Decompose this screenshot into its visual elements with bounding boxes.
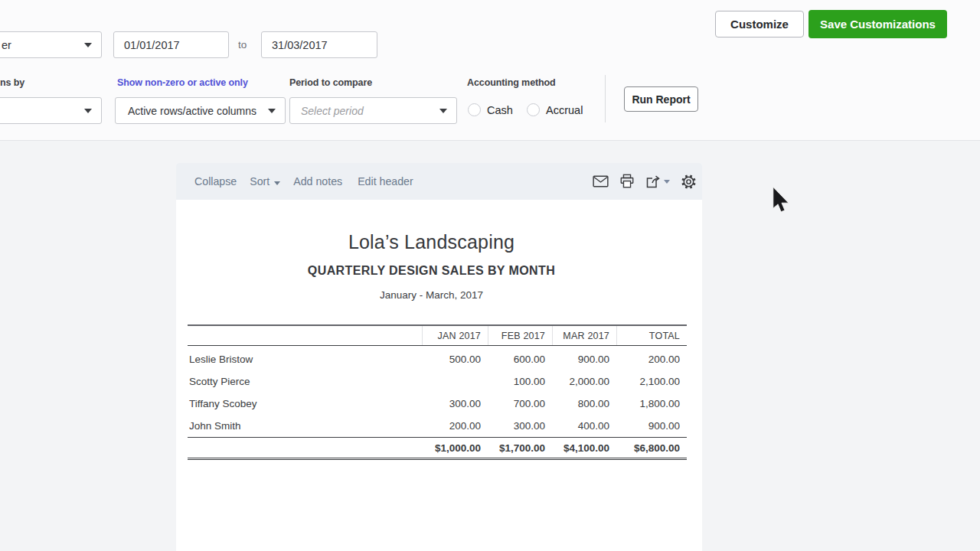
collapse-link[interactable]: Collapse	[194, 175, 237, 187]
edit-header-link[interactable]: Edit header	[358, 175, 413, 187]
amount-cell[interactable]: 800.00	[552, 398, 616, 409]
period-compare-placeholder: Select period	[301, 105, 364, 117]
email-icon[interactable]	[593, 174, 609, 189]
table-row: Tiffany Scobey300.00700.00800.001,800.00	[188, 393, 687, 415]
add-notes-link[interactable]: Add notes	[293, 175, 342, 187]
chevron-down-icon	[664, 180, 670, 184]
row-name-cell: Leslie Bristow	[188, 354, 422, 365]
report-toolbar: Collapse Sort Add notes Edit header	[176, 163, 702, 200]
report-period-select[interactable]: er	[0, 31, 102, 58]
save-customizations-button[interactable]: Save Customizations	[808, 10, 947, 38]
rows-columns-value: Active rows/active columns	[128, 105, 256, 117]
table-header-row: JAN 2017FEB 2017MAR 2017TOTAL	[188, 324, 687, 346]
total-amount-cell[interactable]: $6,800.00	[616, 442, 687, 454]
report-period-value: er	[0, 39, 11, 51]
columns-by-select[interactable]	[0, 97, 102, 124]
report-title: QUARTERLY DESIGN SALES BY MONTH	[188, 264, 675, 278]
columns-by-label: ns by	[0, 77, 24, 88]
table-row: John Smith200.00300.00400.00900.00	[188, 415, 687, 437]
total-amount-cell[interactable]: $1,000.00	[422, 442, 488, 454]
amount-cell[interactable]: 600.00	[488, 354, 552, 365]
date-to-input[interactable]: 31/03/2017	[261, 31, 377, 58]
report-period: January - March, 2017	[188, 289, 675, 301]
cash-radio[interactable]	[468, 103, 481, 116]
show-nonzero-link[interactable]: Show non-zero or active only	[117, 77, 248, 88]
row-name-cell: Tiffany Scobey	[188, 398, 422, 409]
report-company-name: Lola’s Landscaping	[188, 231, 675, 253]
amount-cell[interactable]: 700.00	[488, 398, 552, 409]
report-card: Collapse Sort Add notes Edit header	[176, 163, 702, 551]
period-compare-select[interactable]: Select period	[289, 97, 457, 124]
period-to-compare-label: Period to compare	[289, 77, 372, 88]
table-row: Scotty Pierce100.002,000.002,100.00	[188, 370, 687, 393]
table-header-cell: TOTAL	[616, 326, 687, 345]
amount-cell[interactable]: 300.00	[422, 398, 488, 409]
amount-cell[interactable]: 300.00	[488, 420, 552, 432]
amount-cell[interactable]: 900.00	[616, 420, 687, 432]
row-name-cell: John Smith	[188, 420, 422, 432]
total-amount-cell[interactable]: $4,100.00	[552, 442, 616, 454]
customize-button[interactable]: Customize	[715, 11, 804, 37]
mouse-cursor	[772, 186, 790, 215]
row-name-cell: Scotty Pierce	[188, 376, 422, 387]
sort-link[interactable]: Sort	[250, 175, 280, 187]
amount-cell[interactable]: 100.00	[488, 376, 552, 387]
run-report-button[interactable]: Run Report	[624, 86, 698, 112]
report-table: JAN 2017FEB 2017MAR 2017TOTAL Leslie Bri…	[188, 324, 687, 460]
table-header-cell: JAN 2017	[422, 326, 488, 345]
chevron-down-icon	[439, 109, 447, 113]
accounting-method-label: Accounting method	[467, 77, 556, 88]
print-icon[interactable]	[619, 174, 635, 189]
export-icon[interactable]	[645, 174, 670, 189]
vertical-divider	[605, 75, 606, 122]
table-header-cell: MAR 2017	[552, 326, 616, 345]
rows-columns-select[interactable]: Active rows/active columns	[115, 97, 286, 124]
report-page: er 01/01/2017 to 31/03/2017 ns by Show n…	[0, 0, 980, 551]
amount-cell[interactable]: 200.00	[422, 420, 488, 432]
amount-cell[interactable]: 200.00	[616, 354, 687, 365]
accrual-radio-label: Accrual	[546, 104, 583, 116]
amount-cell[interactable]: 500.00	[422, 354, 488, 365]
accrual-radio[interactable]	[527, 103, 540, 116]
date-from-value: 01/01/2017	[124, 39, 180, 51]
amount-cell[interactable]: 400.00	[552, 420, 616, 432]
amount-cell[interactable]: 1,800.00	[616, 398, 687, 409]
chevron-down-icon	[84, 43, 92, 47]
table-total-row: $1,000.00$1,700.00$4,100.00$6,800.00	[188, 437, 687, 458]
amount-cell[interactable]: 900.00	[552, 354, 616, 365]
chevron-down-icon	[274, 181, 280, 185]
total-amount-cell[interactable]: $1,700.00	[488, 442, 552, 454]
date-range-to-label: to	[238, 39, 247, 51]
amount-cell[interactable]: 2,000.00	[552, 376, 616, 387]
settings-icon[interactable]	[681, 174, 697, 190]
cash-radio-label: Cash	[487, 104, 513, 116]
table-header-cell: FEB 2017	[488, 326, 552, 345]
chevron-down-icon	[268, 109, 276, 113]
amount-cell[interactable]: 2,100.00	[616, 376, 687, 387]
chevron-down-icon	[84, 109, 92, 113]
date-from-input[interactable]: 01/01/2017	[113, 31, 229, 58]
double-rule	[188, 458, 687, 460]
table-row: Leslie Bristow500.00600.00900.00200.00	[188, 348, 687, 370]
date-to-value: 31/03/2017	[272, 39, 328, 51]
